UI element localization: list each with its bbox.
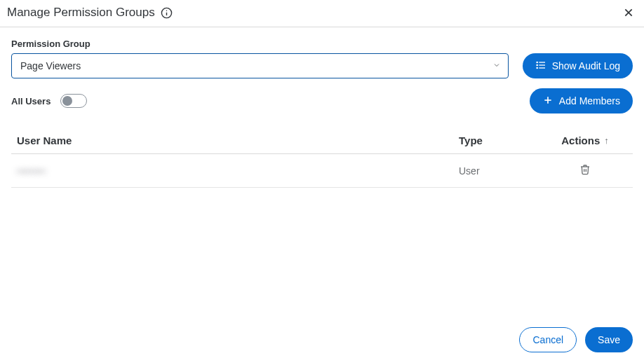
all-users-toggle[interactable]	[60, 94, 87, 108]
cell-type: User	[459, 165, 543, 177]
col-actions-label: Actions	[561, 135, 600, 146]
svg-point-9	[537, 64, 537, 65]
info-icon[interactable]	[161, 6, 173, 19]
header-left: Manage Permission Groups	[7, 6, 173, 20]
table-header: User Name Type Actions ↑	[11, 128, 633, 154]
permission-group-value: Page Viewers	[20, 60, 81, 71]
show-audit-log-label: Show Audit Log	[552, 60, 620, 71]
add-members-button[interactable]: Add Members	[530, 88, 633, 113]
dialog-footer: Cancel Save	[519, 327, 633, 352]
svg-point-10	[537, 67, 537, 68]
dialog-title: Manage Permission Groups	[7, 6, 155, 20]
cancel-button[interactable]: Cancel	[519, 327, 577, 352]
permission-group-field: Permission Group Page Viewers	[11, 39, 509, 78]
close-button[interactable]	[622, 6, 636, 20]
show-audit-log-button[interactable]: Show Audit Log	[523, 53, 633, 78]
table-row: ——— User	[11, 154, 633, 188]
dialog-header: Manage Permission Groups	[0, 0, 644, 27]
chevron-down-icon	[492, 60, 501, 71]
svg-point-2	[166, 10, 167, 11]
permission-group-select[interactable]: Page Viewers	[11, 53, 509, 78]
toggle-knob	[62, 96, 72, 106]
save-button[interactable]: Save	[585, 327, 633, 352]
list-icon	[535, 60, 546, 73]
toggle-and-add-row: All Users Add Members	[11, 88, 633, 113]
all-users-label: All Users	[11, 96, 51, 106]
col-user-name[interactable]: User Name	[17, 135, 459, 146]
cell-actions	[543, 164, 627, 177]
col-type[interactable]: Type	[459, 135, 543, 146]
col-actions[interactable]: Actions ↑	[543, 135, 627, 146]
plus-icon	[542, 95, 554, 108]
permission-group-row: Permission Group Page Viewers	[11, 39, 633, 78]
dialog-content: Permission Group Page Viewers	[0, 27, 644, 199]
permission-group-label: Permission Group	[11, 39, 509, 49]
delete-icon[interactable]	[579, 164, 591, 177]
all-users-toggle-area: All Users	[11, 94, 87, 108]
cell-user-name: ———	[17, 165, 459, 177]
members-table: User Name Type Actions ↑ ——— User	[11, 128, 633, 188]
svg-point-8	[537, 62, 537, 62]
sort-ascending-icon: ↑	[604, 135, 609, 146]
add-members-label: Add Members	[559, 95, 620, 106]
